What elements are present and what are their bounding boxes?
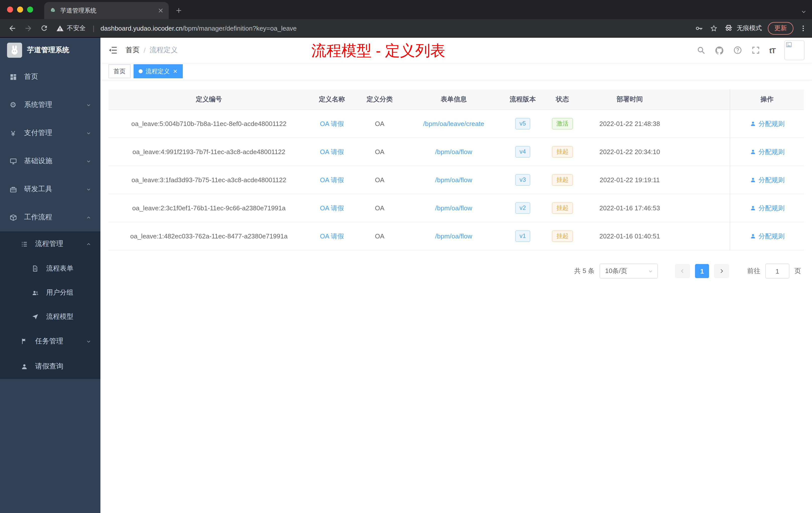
- tab-title: 芋道管理系统: [60, 6, 154, 15]
- sidebar-item-label: 流程表单: [46, 264, 73, 273]
- definition-name-link[interactable]: OA 请假: [320, 204, 344, 212]
- tag-home[interactable]: 首页: [109, 64, 130, 78]
- goto-page-input[interactable]: [765, 264, 789, 279]
- breadcrumb-current: 流程定义: [150, 46, 178, 55]
- definition-name-link[interactable]: OA 请假: [320, 232, 344, 240]
- definition-id: oa_leave:2:3c1f0ef1-76b1-11ec-9c66-a2380…: [109, 204, 309, 212]
- user-icon: [750, 149, 756, 155]
- close-window-button[interactable]: [7, 6, 13, 12]
- sidebar-item-process-form[interactable]: 流程表单: [0, 256, 100, 280]
- assign-rule-link[interactable]: 分配规则: [750, 119, 785, 128]
- sidebar-item-devtools[interactable]: 研发工具: [0, 175, 100, 203]
- github-icon[interactable]: [715, 46, 724, 55]
- status-badge: 挂起: [552, 146, 573, 158]
- search-icon[interactable]: [696, 46, 705, 55]
- minimize-window-button[interactable]: [17, 6, 23, 12]
- sidebar-item-label: 首页: [24, 72, 38, 81]
- sidebar-item-workflow[interactable]: 工作流程: [0, 203, 100, 232]
- page-size-select[interactable]: 10条/页: [600, 264, 658, 279]
- definition-name-link[interactable]: OA 请假: [320, 176, 344, 183]
- update-button[interactable]: 更新: [768, 22, 793, 34]
- user-icon: [750, 205, 756, 211]
- definition-category: OA: [354, 233, 405, 240]
- fullscreen-icon[interactable]: [751, 46, 760, 55]
- key-icon[interactable]: [695, 24, 703, 32]
- forward-icon[interactable]: [21, 21, 35, 35]
- table-row: oa_leave:4:991f2193-7b7f-11ec-a3c8-acde4…: [109, 138, 804, 166]
- new-tab-button[interactable]: [172, 3, 186, 18]
- prev-page-button[interactable]: [675, 264, 690, 278]
- sidebar-item-process-model[interactable]: 流程模型: [0, 305, 100, 329]
- table-row: oa_leave:1:482ec033-762a-11ec-8477-a2380…: [109, 222, 804, 250]
- assign-rule-link[interactable]: 分配规则: [750, 232, 785, 241]
- sidebar-item-label: 请假查询: [35, 362, 63, 371]
- document-icon: [31, 265, 39, 273]
- workflow-submenu: 流程管理 流程表单: [0, 232, 100, 379]
- main-area: 首页 / 流程定义 流程模型 - 定义列表: [100, 38, 812, 513]
- toolbar-right: 无痕模式 更新: [695, 22, 807, 34]
- zoom-window-button[interactable]: [27, 6, 33, 12]
- form-link[interactable]: /bpm/oa/flow: [435, 148, 472, 156]
- user-icon: [750, 177, 756, 183]
- definition-name-link[interactable]: OA 请假: [320, 148, 344, 155]
- definition-category: OA: [354, 148, 405, 156]
- table-row: oa_leave:5:004b710b-7b8a-11ec-8ef0-acde4…: [109, 110, 804, 138]
- paper-plane-icon: [31, 313, 39, 321]
- assign-rule-link[interactable]: 分配规则: [750, 175, 785, 184]
- browser-toolbar: 不安全 | dashboard.yudao.iocoder.cn /bpm/ma…: [0, 19, 812, 38]
- assign-rule-link[interactable]: 分配规则: [750, 204, 785, 213]
- form-link[interactable]: /bpm/oa/flow: [435, 176, 472, 184]
- tag-close-icon[interactable]: [173, 69, 178, 74]
- breadcrumb-separator: /: [144, 46, 146, 54]
- bookmark-star-icon[interactable]: [709, 24, 718, 32]
- form-link[interactable]: /bpm/oa/leave/create: [423, 120, 484, 127]
- user-avatar[interactable]: [784, 40, 805, 60]
- breadcrumb: 首页 / 流程定义: [125, 46, 178, 55]
- assign-rule-link[interactable]: 分配规则: [750, 147, 785, 156]
- sidebar-item-user-group[interactable]: 用户分组: [0, 280, 100, 305]
- chevron-down-icon: [86, 102, 91, 108]
- column-header: 状态: [543, 95, 582, 104]
- version-badge: v4: [515, 146, 530, 158]
- help-icon[interactable]: [733, 46, 742, 55]
- tags-view-bar: 首页 流程定义: [100, 63, 812, 80]
- version-badge: v2: [515, 202, 530, 214]
- sidebar-item-infra[interactable]: 基础设施: [0, 147, 100, 175]
- sidebar-logo[interactable]: 芋道管理系统: [0, 38, 100, 63]
- breadcrumb-home[interactable]: 首页: [125, 46, 140, 55]
- reload-icon[interactable]: [37, 21, 51, 35]
- tabstrip-chevron-icon[interactable]: [801, 8, 807, 15]
- sidebar-item-task-mgmt[interactable]: 任务管理: [0, 329, 100, 354]
- back-icon[interactable]: [5, 21, 19, 35]
- form-link[interactable]: /bpm/oa/flow: [435, 204, 472, 212]
- deploy-time: 2022-01-22 19:19:11: [582, 176, 677, 184]
- sidebar-item-payment[interactable]: ¥ 支付管理: [0, 119, 100, 147]
- kebab-menu-icon[interactable]: [800, 24, 807, 32]
- next-page-button[interactable]: [714, 264, 729, 278]
- tag-process-definition[interactable]: 流程定义: [134, 64, 183, 78]
- definition-name-link[interactable]: OA 请假: [320, 120, 344, 127]
- status-badge: 激活: [552, 118, 573, 129]
- address-bar[interactable]: dashboard.yudao.iocoder.cn /bpm/manager/…: [100, 24, 687, 32]
- column-header: 流程版本: [503, 95, 543, 104]
- sidebar-item-label: 用户分组: [46, 288, 73, 297]
- definition-table: 定义编号 定义名称 定义分类 表单信息 流程版本 状态 部署时间 操作 oa_l…: [109, 89, 804, 250]
- security-label: 不安全: [67, 24, 86, 32]
- security-chip[interactable]: 不安全 |: [56, 24, 98, 32]
- font-size-icon[interactable]: tT: [769, 46, 775, 55]
- url-separator: |: [93, 24, 94, 32]
- sidebar-item-label: 流程模型: [46, 312, 73, 321]
- status-badge: 挂起: [552, 202, 573, 214]
- sidebar-item-home[interactable]: 首页: [0, 63, 100, 91]
- form-link[interactable]: /bpm/oa/flow: [435, 233, 472, 240]
- definition-category: OA: [354, 204, 405, 212]
- sidebar-item-process-mgmt[interactable]: 流程管理: [0, 232, 100, 256]
- tab-close-icon[interactable]: [158, 7, 164, 13]
- sidebar: 芋道管理系统 首页 ⚙ 系统管理 ¥: [0, 38, 100, 513]
- sidebar-item-system[interactable]: ⚙ 系统管理: [0, 91, 100, 119]
- browser-tab[interactable]: 芋道管理系统: [44, 2, 169, 19]
- sidebar-item-leave-query[interactable]: 请假查询: [0, 354, 100, 379]
- current-page-button[interactable]: 1: [695, 264, 709, 278]
- hamburger-icon[interactable]: [108, 45, 118, 56]
- deploy-time: 2022-01-16 17:46:53: [582, 204, 677, 212]
